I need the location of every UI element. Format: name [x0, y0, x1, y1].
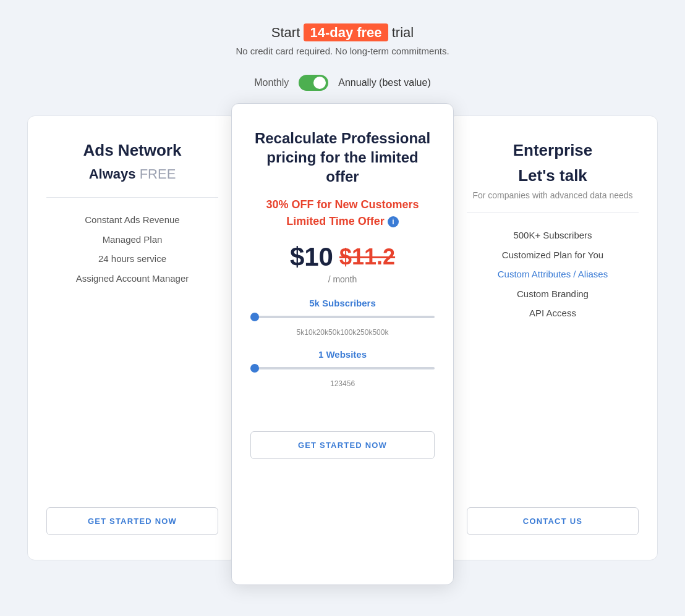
- subscribers-slider-container: [250, 316, 435, 318]
- price-row: $10 $11.2: [290, 242, 395, 272]
- professional-card: Recalculate Professional pricing for the…: [231, 103, 454, 585]
- tick: 6: [351, 379, 355, 388]
- contact-us-button[interactable]: CONTACT US: [467, 507, 639, 535]
- list-item: Custom Attributes / Aliases: [498, 264, 608, 284]
- ads-network-title: Ads Network: [83, 141, 182, 160]
- enterprise-subtitle: Let's talk: [518, 166, 587, 185]
- pro-cta-container: GET STARTED NOW: [250, 413, 435, 459]
- tick: 4: [342, 379, 347, 388]
- tick: 5k: [297, 328, 305, 337]
- pro-get-started-button[interactable]: GET STARTED NOW: [250, 431, 435, 459]
- slider-track-2: [250, 367, 435, 369]
- list-item: Customized Plan for You: [498, 245, 608, 265]
- list-item: 500K+ Subscribers: [498, 226, 608, 245]
- toggle-label-monthly: Monthly: [254, 77, 289, 88]
- page-header: Start 14-day free trial No credit card r…: [236, 25, 449, 56]
- price-old: $11.2: [339, 244, 395, 270]
- info-icon[interactable]: i: [388, 216, 399, 227]
- subscribers-label: 5k Subscribers: [309, 298, 376, 308]
- tick: 250k: [356, 328, 372, 337]
- tick: 20k: [317, 328, 328, 337]
- list-item: Managed Plan: [76, 230, 189, 250]
- tick: 10k: [304, 328, 316, 337]
- ads-cta-container: GET STARTED NOW: [46, 489, 218, 535]
- header-title: Start 14-day free trial: [236, 25, 449, 41]
- ads-network-price: Always FREE: [89, 166, 176, 182]
- ads-features-list: Constant Ads Revenue Managed Plan 24 hou…: [76, 210, 189, 489]
- free-label: FREE: [136, 166, 176, 182]
- websites-label: 1 Websites: [318, 349, 367, 360]
- list-item: Custom Branding: [498, 284, 608, 304]
- websites-ticks: 1 2 3 4 5 6: [330, 379, 355, 388]
- offer-line1: 30% OFF for New Customers: [266, 198, 419, 211]
- tick: 5: [347, 379, 351, 388]
- slider-thumb[interactable]: [250, 313, 259, 321]
- always-label: Always: [89, 166, 136, 182]
- enterprise-cta-container: CONTACT US: [467, 489, 639, 535]
- billing-toggle-row: Monthly Annually (best value): [254, 75, 430, 91]
- header-subtitle: No credit card required. No long-term co…: [236, 46, 449, 56]
- billing-toggle[interactable]: [299, 75, 328, 91]
- card-divider-enterprise: [467, 213, 639, 213]
- enterprise-card: Enterprise Let's talk For companies with…: [448, 116, 658, 560]
- websites-slider-container: [250, 367, 435, 369]
- tick: 2: [334, 379, 339, 388]
- per-month-label: / month: [328, 274, 357, 284]
- list-item: API Access: [498, 303, 608, 323]
- professional-title: Recalculate Professional pricing for the…: [250, 129, 435, 187]
- enterprise-title: Enterprise: [513, 141, 593, 160]
- tick: 50k: [328, 328, 340, 337]
- offer-text: 30% OFF for New Customers Limited Time O…: [266, 196, 419, 230]
- toggle-label-annually: Annually (best value): [338, 77, 430, 88]
- highlight-badge: 14-day free: [304, 23, 388, 41]
- tick: 3: [338, 379, 342, 388]
- offer-line2: Limited Time Offer: [286, 215, 385, 227]
- tick: 1: [330, 379, 334, 388]
- slider-thumb-2[interactable]: [250, 364, 259, 373]
- pricing-cards: Ads Network Always FREE Constant Ads Rev…: [12, 116, 673, 573]
- slider-track: [250, 316, 435, 318]
- ads-get-started-button[interactable]: GET STARTED NOW: [46, 507, 218, 535]
- list-item: Assigned Account Manager: [76, 269, 189, 289]
- subscribers-ticks: 5k 10k 20k 50k 100k 250k 500k: [297, 328, 389, 337]
- title-prefix: Start: [271, 25, 304, 40]
- ads-network-card: Ads Network Always FREE Constant Ads Rev…: [27, 116, 237, 560]
- enterprise-features-list: 500K+ Subscribers Customized Plan for Yo…: [498, 226, 608, 489]
- tick: 100k: [340, 328, 356, 337]
- toggle-knob: [313, 77, 326, 89]
- price-current: $10: [290, 242, 333, 272]
- enterprise-tagline: For companies with advanced data needs: [472, 190, 632, 200]
- card-divider: [46, 197, 218, 198]
- title-suffix: trial: [388, 25, 414, 40]
- tick: 500k: [372, 328, 388, 337]
- list-item: Constant Ads Revenue: [76, 210, 189, 230]
- list-item: 24 hours service: [76, 249, 189, 269]
